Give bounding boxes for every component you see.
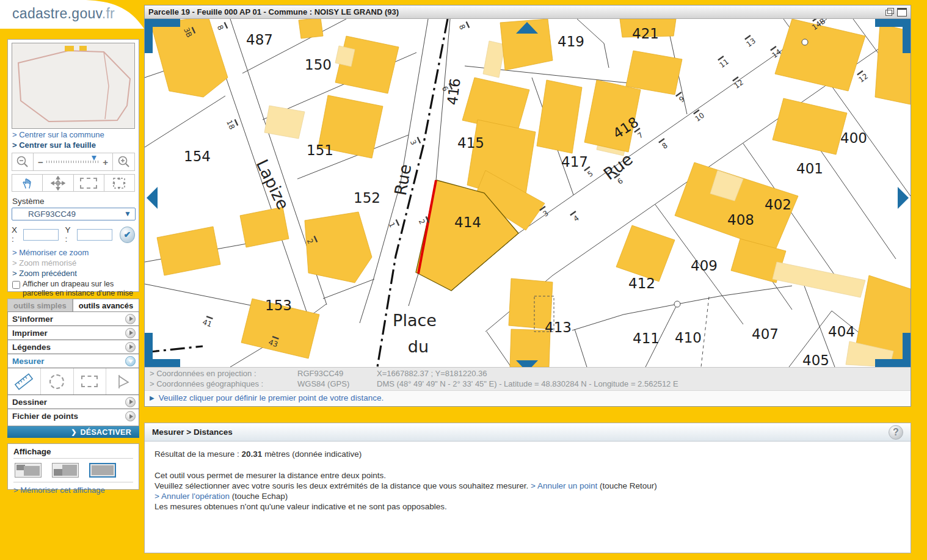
parcel-label-405[interactable]: 405 [802, 352, 829, 367]
measure-disclaimer: Les mesures obtenues n'ont qu'une valeur… [154, 502, 901, 511]
slider-thumb[interactable] [92, 156, 96, 161]
link-memorize-zoom[interactable]: > Mémoriser ce zoom [12, 248, 134, 257]
parcel-label-414[interactable]: 414 [454, 214, 481, 230]
parcel-label-416[interactable]: 416 [444, 78, 463, 106]
expand-icon[interactable] [125, 314, 136, 324]
coordinate-inputs: X : Y : ✔ [12, 225, 135, 244]
help-button[interactable]: ? [889, 425, 903, 440]
parcel-label-413[interactable]: 413 [545, 319, 572, 335]
slider-track[interactable] [46, 161, 100, 163]
measure-panel-body: Résultat de la mesure : 20.31 mètres (do… [145, 442, 911, 520]
parcel-label-487[interactable]: 487 [246, 32, 273, 48]
parcel-label-402[interactable]: 402 [765, 197, 791, 213]
tool-legendes[interactable]: Légendes [8, 340, 139, 354]
parcel-label-153[interactable]: 153 [265, 297, 292, 313]
tool-mesurer[interactable]: Mesurer [8, 354, 139, 368]
parcel-label-401[interactable]: 401 [796, 161, 823, 176]
tab-outils-avances[interactable]: outils avancés [73, 299, 140, 311]
parcel-label-412[interactable]: 412 [628, 275, 655, 291]
collapse-icon[interactable] [125, 356, 136, 366]
measure-result-value: 20.31 [242, 449, 263, 459]
link-coord-geographic[interactable]: > Coordonnées géographiques : [150, 379, 263, 388]
parcel-label-410[interactable]: 410 [675, 330, 702, 346]
parcel-line [575, 329, 587, 367]
layout-option-1[interactable] [15, 463, 42, 478]
coord-projection-value: X=1667882.37 ; Y=8181220.36 [377, 369, 487, 378]
system-label: Système [12, 197, 135, 206]
x-input[interactable] [23, 229, 59, 241]
expand-icon[interactable] [125, 397, 136, 407]
zoom-in-button[interactable] [113, 153, 135, 171]
parcel-label-152[interactable]: 152 [354, 190, 380, 206]
window-maximize-icon[interactable] [897, 8, 907, 16]
layout-option-2[interactable] [52, 463, 79, 478]
slider-minus-icon[interactable]: − [38, 157, 43, 167]
link-annuler-point[interactable]: > Annuler un point [531, 481, 597, 490]
zoom-out-button[interactable] [12, 153, 34, 171]
pan-hand-button[interactable] [12, 174, 43, 192]
parcel-label-415[interactable]: 415 [457, 135, 484, 151]
expand-icon[interactable] [125, 411, 136, 421]
parcel-label-421[interactable]: 421 [632, 26, 659, 42]
parcel-label-409[interactable]: 409 [691, 258, 718, 274]
measure-result: Résultat de la mesure : 20.31 mètres (do… [154, 449, 901, 459]
parcel-label-150[interactable]: 150 [305, 57, 332, 73]
map-nav-right[interactable] [898, 187, 909, 209]
system-select[interactable]: RGF93CC49 ▼ [12, 208, 136, 220]
layout-option-3-selected[interactable] [89, 463, 116, 478]
coord-geographic-value: DMS (48° 49' 49" N - 2° 33' 45" E) - Lat… [377, 379, 678, 388]
desactiver-button[interactable]: ❯ DÉSACTIVER [7, 426, 139, 438]
parcel-label-151[interactable]: 151 [307, 142, 333, 158]
dashed-circle-icon [49, 374, 64, 389]
coord-geographic-system: WGS84 (GPS) [297, 379, 349, 388]
zoom-rect-button[interactable] [74, 174, 104, 192]
pan-move-button[interactable] [43, 174, 73, 192]
link-annuler-operation[interactable]: > Annuler l'opération [154, 492, 230, 501]
question-icon: ? [893, 427, 899, 438]
measure-angle-button[interactable] [106, 368, 139, 395]
tool-imprimer[interactable]: Imprimer [8, 326, 139, 340]
expand-icon[interactable] [125, 342, 136, 352]
map-corner-marker [903, 19, 911, 53]
measure-area-circle-button[interactable] [40, 368, 73, 395]
map-nav-left[interactable] [147, 187, 158, 209]
parcel-label-419[interactable]: 419 [558, 34, 584, 49]
link-memorize-affichage[interactable]: > Mémoriser cet affichage [13, 485, 133, 495]
parcel-label-400[interactable]: 400 [840, 130, 867, 146]
site-header: cadastre.gouv.fr [0, 0, 144, 29]
link-coord-projection[interactable]: > Coordonnées en projection : [150, 369, 256, 378]
flag-checkbox[interactable] [12, 281, 20, 289]
tool-fichier-points[interactable]: Fichier de points [8, 409, 139, 423]
house-number: 3 [409, 139, 418, 147]
zoom-slider[interactable]: − + [34, 153, 113, 171]
parcel-label-404[interactable]: 404 [828, 324, 855, 340]
measure-panel-title: Mesurer > Distances [152, 427, 233, 437]
map-canvas[interactable]: 3B81841432136823456789101112131414B12487… [145, 19, 911, 367]
tab-outils-simples[interactable]: outils simples [7, 299, 73, 311]
house-number: 3 [542, 209, 550, 219]
link-center-feuille[interactable]: > Centrer sur la feuille [12, 140, 134, 150]
tool-dessiner[interactable]: Dessiner [8, 395, 139, 409]
affichage-title: Affichage [13, 447, 133, 459]
tool-sinformer[interactable]: S'informer [8, 312, 139, 326]
zoom-extent-button[interactable] [104, 174, 135, 192]
y-label: Y : [65, 225, 74, 244]
link-center-commune[interactable]: > Centrer sur la commune [12, 130, 134, 139]
slider-plus-icon[interactable]: + [103, 157, 108, 167]
parcel-label-417[interactable]: 417 [561, 154, 588, 170]
parcel-label-407[interactable]: 407 [752, 326, 779, 342]
parcel-label-154[interactable]: 154 [184, 148, 211, 164]
parcel-label-408[interactable]: 408 [727, 212, 754, 228]
link-zoom-previous[interactable]: > Zoom précédent [12, 269, 134, 278]
measure-area-rect-button[interactable] [73, 368, 106, 395]
expand-icon[interactable] [125, 328, 136, 338]
building [299, 19, 323, 38]
validate-coordinates-button[interactable]: ✔ [120, 227, 135, 243]
window-restore-icon[interactable] [885, 8, 895, 16]
chevron-right-icon: ❯ [71, 428, 76, 436]
measure-distance-button[interactable] [8, 368, 40, 395]
parcel-label-411[interactable]: 411 [633, 330, 660, 346]
building [626, 51, 682, 95]
overview-minimap[interactable] [12, 43, 135, 129]
y-input[interactable] [77, 229, 112, 241]
